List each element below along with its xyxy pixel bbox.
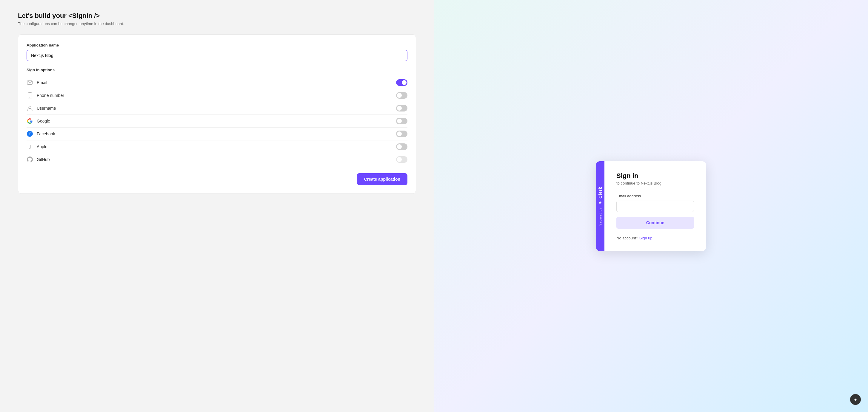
user-icon <box>27 105 33 111</box>
toggle-email[interactable] <box>396 79 407 86</box>
option-row-phone: Phone number <box>27 89 407 102</box>
email-address-label: Email address <box>616 194 694 198</box>
option-label-phone: Phone number <box>37 93 64 98</box>
email-icon <box>27 79 33 86</box>
option-row-github: GitHub <box>27 153 407 166</box>
option-row-email: Email <box>27 76 407 89</box>
option-row-username: Username <box>27 102 407 115</box>
option-left-apple:  Apple <box>27 143 48 150</box>
toggle-github-slider <box>396 156 407 163</box>
help-button[interactable]: ● <box>850 394 861 405</box>
option-label-email: Email <box>37 80 47 85</box>
toggle-email-slider <box>396 79 407 86</box>
page-title: Let's build your <SignIn /> <box>18 12 416 20</box>
signup-link[interactable]: Sign up <box>639 236 652 240</box>
toggle-facebook[interactable] <box>396 131 407 137</box>
svg-point-3 <box>29 106 31 108</box>
configuration-card: Application name Sign in options Email <box>18 34 416 194</box>
option-row-facebook: f Facebook <box>27 128 407 140</box>
option-left-phone: Phone number <box>27 92 64 99</box>
toggle-google[interactable] <box>396 118 407 124</box>
toggle-facebook-slider <box>396 131 407 137</box>
signin-card-wrapper: Secured by ⚘ Clerk Sign in to continue t… <box>596 161 706 251</box>
facebook-icon: f <box>27 131 33 137</box>
option-left-github: GitHub <box>27 156 50 163</box>
app-name-input[interactable] <box>27 50 407 61</box>
toggle-phone-slider <box>396 92 407 99</box>
google-icon <box>27 118 33 124</box>
option-left-google: Google <box>27 118 50 124</box>
right-panel: Secured by ⚘ Clerk Sign in to continue t… <box>434 0 868 412</box>
phone-icon <box>27 92 33 99</box>
toggle-phone[interactable] <box>396 92 407 99</box>
app-name-label: Application name <box>27 43 407 47</box>
svg-point-2 <box>30 97 30 98</box>
create-btn-wrapper: Create application <box>27 173 407 185</box>
github-icon <box>27 156 33 163</box>
option-label-github: GitHub <box>37 157 50 162</box>
toggle-username-slider <box>396 105 407 111</box>
option-row-google: Google <box>27 115 407 128</box>
toggle-username[interactable] <box>396 105 407 111</box>
email-address-input[interactable] <box>616 201 694 212</box>
left-panel: Let's build your <SignIn /> The configur… <box>0 0 434 412</box>
option-left-facebook: f Facebook <box>27 131 55 137</box>
option-label-facebook: Facebook <box>37 132 55 136</box>
toggle-github[interactable] <box>396 156 407 163</box>
toggle-apple[interactable] <box>396 143 407 150</box>
clerk-brand-label: ⚘ Clerk <box>598 186 602 205</box>
signin-card: Sign in to continue to Next.js Blog Emai… <box>604 161 706 251</box>
option-left-email: Email <box>27 79 47 86</box>
option-label-apple: Apple <box>37 144 48 149</box>
toggle-google-slider <box>396 118 407 124</box>
secured-by-label: Secured by <box>599 207 602 226</box>
option-label-username: Username <box>37 106 56 111</box>
option-row-apple:  Apple <box>27 140 407 153</box>
toggle-apple-slider <box>396 143 407 150</box>
page-subtitle: The configurations can be changed anytim… <box>18 22 416 26</box>
option-left-username: Username <box>27 105 56 111</box>
signin-title: Sign in <box>616 172 694 180</box>
facebook-icon-shape: f <box>27 131 33 137</box>
no-account-text: No account? Sign up <box>616 236 694 240</box>
create-application-button[interactable]: Create application <box>357 173 407 185</box>
option-label-google: Google <box>37 118 50 124</box>
sign-in-options-label: Sign in options <box>27 68 407 72</box>
continue-button[interactable]: Continue <box>616 217 694 229</box>
secured-by-bar: Secured by ⚘ Clerk <box>596 161 604 251</box>
help-icon: ● <box>854 397 857 402</box>
apple-icon:  <box>27 143 33 150</box>
signin-subtitle: to continue to Next.js Blog <box>616 181 694 185</box>
